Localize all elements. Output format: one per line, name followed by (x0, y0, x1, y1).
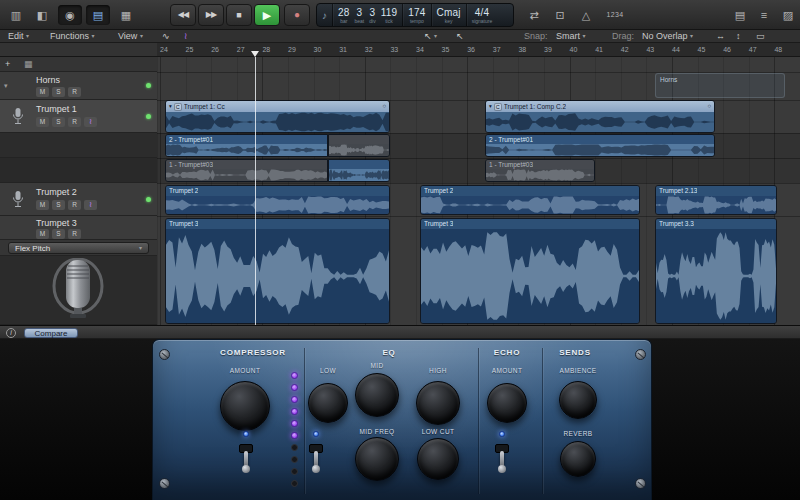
signature-value: 4/4 (475, 7, 490, 18)
lcd-tick-label: tick (385, 18, 393, 24)
inspector-icon[interactable]: ◧ (30, 5, 54, 25)
sends-ambience-knob[interactable] (559, 381, 597, 419)
record-enable-button[interactable]: R (68, 117, 81, 127)
command-tool-button[interactable]: ↖ (456, 30, 464, 43)
playhead[interactable] (255, 57, 256, 325)
drag-value: No Overlap (642, 31, 688, 41)
info-button[interactable]: i (6, 328, 16, 338)
zoom-horizontal-icon[interactable]: ↔ (716, 30, 725, 43)
pointer-tool-button[interactable]: ↖ ▾ (424, 30, 437, 43)
flex-button[interactable]: ≀ (84, 200, 97, 210)
region-trumpet2-b[interactable]: Trumpet 2 (420, 185, 640, 215)
snap-menu[interactable]: Smart ▾ (556, 30, 586, 43)
lcd-key[interactable]: Cmajkey (431, 4, 466, 26)
eq-toggle-switch[interactable] (307, 444, 325, 478)
record-enable-button[interactable]: R (68, 200, 81, 210)
stack-disclosure-icon[interactable]: ▾ (4, 82, 8, 90)
compressor-amount-knob[interactable] (220, 381, 270, 431)
count-in-button[interactable]: 1234 (600, 5, 630, 25)
region-horns-stack[interactable]: Horns (655, 73, 785, 98)
functions-menu[interactable]: Functions ▾ (50, 30, 95, 43)
record-button[interactable]: ● (284, 4, 310, 26)
flex-button[interactable]: ≀ (84, 117, 97, 127)
track-header-trumpet1[interactable]: Trumpet 1 M S R ≀ (0, 100, 157, 133)
autopunch-icon[interactable]: ⊡ (548, 5, 572, 25)
region-trumpet3-b[interactable]: Trumpet 3 (420, 218, 640, 324)
stop-button[interactable]: ■ (226, 4, 252, 26)
region-take2-unused[interactable] (328, 134, 390, 157)
view-menu[interactable]: View ▾ (118, 30, 143, 43)
mute-button[interactable]: M (36, 87, 49, 97)
region-trumpet1-comp-a[interactable]: ▾ C Trumpet 1: Cc ○ (165, 100, 390, 133)
eq-midfreq-knob[interactable] (355, 437, 399, 481)
ruler-bar-number: 43 (646, 46, 654, 53)
quick-help-icon[interactable]: ◉ (58, 5, 82, 25)
waveform (486, 112, 714, 132)
list-editors-icon[interactable]: ≡ (752, 5, 776, 25)
solo-button[interactable]: S (52, 87, 65, 97)
region-take1-unused[interactable]: 1 - Trumpet#03 (165, 159, 328, 182)
flex-icon[interactable]: ≀ (184, 30, 187, 43)
compressor-power-led (243, 431, 249, 437)
loops-icon[interactable]: ▦ (114, 5, 138, 25)
solo-button[interactable]: S (52, 117, 65, 127)
take-lane-header-1[interactable] (0, 158, 157, 183)
track-header-horns[interactable]: ▾ Horns M S R (0, 72, 157, 100)
disclosure-icon[interactable]: ▾ (169, 101, 172, 112)
cycle-icon[interactable]: ⇄ (522, 5, 546, 25)
rewind-button[interactable]: ◀◀ (170, 4, 196, 26)
smart-controls-panel: COMPRESSOR EQ ECHO SENDS AMOUNT LOW MID … (152, 339, 652, 500)
region-name: 2 - Trumpet#01 (169, 135, 213, 144)
eq-low-knob[interactable] (308, 383, 348, 423)
lcd-display[interactable]: ♪ 28bar 3beat 3div 119tick 174tempo Cmaj… (316, 3, 514, 27)
record-enable-button[interactable]: R (68, 229, 81, 239)
arrange-area[interactable]: Horns ▾ C Trumpet 1: Cc ○ ▾ C Trumpet 1:… (157, 57, 800, 325)
library-icon[interactable]: ▥ (4, 5, 28, 25)
record-enable-button[interactable]: R (68, 87, 81, 97)
drag-menu[interactable]: No Overlap ▾ (642, 30, 693, 43)
take-lane-header-2[interactable] (0, 133, 157, 158)
region-take2-active-b[interactable]: 2 - Trumpet#01 (485, 134, 715, 157)
region-trumpet3-a[interactable]: Trumpet 3 (165, 218, 390, 324)
compressor-toggle-switch[interactable] (237, 444, 255, 478)
metronome-icon[interactable]: △ (574, 5, 598, 25)
track-header-trumpet2[interactable]: Trumpet 2 M S R ≀ (0, 183, 157, 216)
region-trumpet2-c[interactable]: Trumpet 2.13 (655, 185, 777, 215)
eq-lowcut-knob[interactable] (417, 438, 459, 480)
flex-view-icon[interactable]: ∿ (162, 30, 170, 43)
compare-button[interactable]: Compare (24, 328, 78, 338)
toolbar-toggle-icon[interactable]: ▤ (728, 5, 752, 25)
region-take1-active[interactable] (328, 159, 390, 182)
solo-button[interactable]: S (52, 229, 65, 239)
track-config-button[interactable]: ▦ (24, 58, 33, 71)
mute-button[interactable]: M (36, 229, 49, 239)
track-header-trumpet3[interactable]: Trumpet 3 M S R (0, 216, 157, 240)
echo-toggle-switch[interactable] (493, 444, 511, 478)
eq-high-knob[interactable] (416, 381, 460, 425)
lcd-tempo[interactable]: 174tempo (402, 4, 430, 26)
mute-button[interactable]: M (36, 200, 49, 210)
solo-button[interactable]: S (52, 200, 65, 210)
region-take1-unused-b[interactable]: 1 - Trumpet#03 (485, 159, 595, 182)
add-track-button[interactable]: + (5, 58, 10, 71)
sends-reverb-knob[interactable] (560, 441, 596, 477)
play-button[interactable]: ▶ (254, 4, 280, 26)
mixer-icon[interactable]: ▤ (86, 5, 110, 25)
region-trumpet3-c[interactable]: Trumpet 3.3 (655, 218, 777, 324)
media-browser-icon[interactable]: ▨ (776, 5, 800, 25)
mute-button[interactable]: M (36, 117, 49, 127)
zoom-preset-icon[interactable]: ▭ (756, 30, 765, 43)
disclosure-icon[interactable]: ▾ (489, 101, 492, 112)
forward-button[interactable]: ▶▶ (198, 4, 224, 26)
lcd-position[interactable]: 28bar 3beat 3div 119tick (332, 4, 402, 26)
bar-ruler[interactable]: 2425262728293031323334353637383940414243… (157, 43, 800, 57)
region-take2-active[interactable]: 2 - Trumpet#01 (165, 134, 328, 157)
region-trumpet2-a[interactable]: Trumpet 2 (165, 185, 390, 215)
edit-menu[interactable]: Edit ▾ (8, 30, 29, 43)
lcd-signature[interactable]: 4/4signature (466, 4, 498, 26)
region-trumpet1-comp-b[interactable]: ▾ C Trumpet 1: Comp C.2 ○ (485, 100, 715, 133)
eq-mid-knob[interactable] (355, 373, 399, 417)
zoom-vertical-icon[interactable]: ↕ (736, 30, 741, 43)
echo-amount-knob[interactable] (487, 383, 527, 423)
flex-pitch-selector[interactable]: Flex Pitch▾ (8, 242, 149, 254)
